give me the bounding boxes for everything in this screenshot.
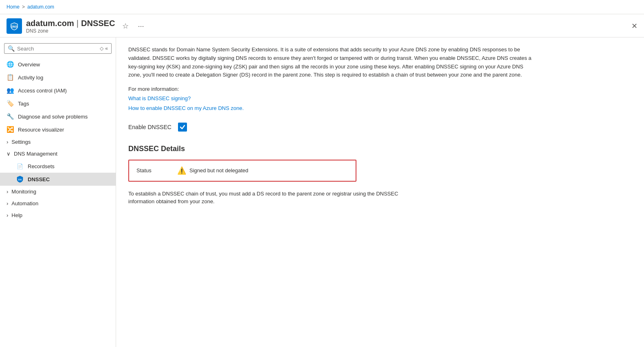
sidebar-item-dnssec[interactable]: DS DNSSEC <box>0 173 116 186</box>
status-value: ⚠️ Signed but not delegated <box>177 166 248 175</box>
sidebar-label-diagnose: Diagnose and solve problems <box>18 114 88 120</box>
sidebar-item-activity-log[interactable]: 📋 Activity log <box>0 71 116 84</box>
sidebar-label-help: Help <box>11 212 22 218</box>
automation-expand-icon: › <box>7 200 8 206</box>
favorite-button[interactable]: ☆ <box>120 21 131 31</box>
sidebar-label-automation: Automation <box>11 200 38 206</box>
enable-dnssec-section: Enable DNSSEC <box>128 123 632 132</box>
enable-dnssec-label: Enable DNSSEC <box>128 124 171 130</box>
header-separator: | <box>77 19 79 28</box>
breadcrumb-sep: > <box>22 4 25 10</box>
link-how-to-enable[interactable]: How to enable DNSSEC on my Azure DNS zon… <box>128 103 632 113</box>
sidebar-label-dnssec: DNSSEC <box>28 176 50 182</box>
breadcrumb-current[interactable]: adatum.com <box>27 4 54 10</box>
svg-text:DNS: DNS <box>11 25 18 29</box>
details-title: DNSSEC Details <box>128 145 632 153</box>
collapse-icon[interactable]: ◇ <box>100 46 103 51</box>
dnssec-icon: DS <box>16 176 24 183</box>
sidebar-item-monitoring[interactable]: › Monitoring <box>0 186 116 198</box>
sidebar-item-resource-visualizer[interactable]: 🔀 Resource visualizer <box>0 123 116 136</box>
header-title-group: adatum.com | DNSSEC DNS zone <box>26 19 115 34</box>
overview-icon: 🌐 <box>7 61 14 68</box>
page-header: DNS adatum.com | DNSSEC DNS zone ☆ ··· ✕ <box>0 14 644 37</box>
bottom-note: To establish a DNSSEC chain of trust, yo… <box>128 190 405 206</box>
main-content: DNSSEC stands for Domain Name System Sec… <box>116 37 644 347</box>
activity-log-icon: 📋 <box>7 74 14 81</box>
dnssec-description: DNSSEC stands for Domain Name System Sec… <box>128 46 536 79</box>
info-links-section: For more information: What is DNSSEC sig… <box>128 86 632 113</box>
breadcrumb: Home > adatum.com <box>7 4 54 10</box>
sidebar-item-access-control[interactable]: 👥 Access control (IAM) <box>0 84 116 97</box>
status-label: Status <box>136 167 177 174</box>
diagnose-icon: 🔧 <box>7 113 14 120</box>
breadcrumb-home[interactable]: Home <box>7 4 20 10</box>
search-input[interactable] <box>17 46 98 52</box>
sidebar-label-overview: Overview <box>18 61 40 68</box>
warning-icon: ⚠️ <box>177 166 186 175</box>
sidebar-item-recordsets[interactable]: 📄 Recordsets <box>0 160 116 173</box>
enable-dnssec-checkbox[interactable] <box>178 123 187 132</box>
search-box[interactable]: 🔍 ◇ « <box>4 43 112 54</box>
main-layout: 🔍 ◇ « 🌐 Overview 📋 Activity log 👥 Access… <box>0 37 644 347</box>
breadcrumb-bar: Home > adatum.com <box>0 0 644 14</box>
sidebar-label-access-control: Access control (IAM) <box>18 88 67 94</box>
resource-type: DNS zone <box>26 28 115 34</box>
more-info-label: For more information: <box>128 86 632 92</box>
hide-sidebar-icon[interactable]: « <box>105 46 108 51</box>
sidebar-item-automation[interactable]: › Automation <box>0 198 116 209</box>
sidebar-label-recordsets: Recordsets <box>28 163 55 169</box>
link-what-is-dnssec[interactable]: What is DNSSEC signing? <box>128 94 632 103</box>
sidebar-item-settings[interactable]: › Settings <box>0 136 116 148</box>
settings-expand-icon: › <box>7 139 8 145</box>
access-control-icon: 👥 <box>7 87 14 94</box>
sidebar-label-tags: Tags <box>18 101 29 107</box>
page-title: DNSSEC <box>81 19 115 28</box>
sidebar-label-resource-visualizer: Resource visualizer <box>18 127 64 133</box>
close-button[interactable]: ✕ <box>631 22 637 31</box>
monitoring-expand-icon: › <box>7 189 8 195</box>
dnssec-details-section: DNSSEC Details Status ⚠️ Signed but not … <box>128 145 632 206</box>
header-actions: ☆ ··· <box>120 21 146 31</box>
sidebar-controls: ◇ « <box>100 46 108 51</box>
status-text: Signed but not delegated <box>189 167 248 174</box>
sidebar-label-monitoring: Monitoring <box>11 189 36 195</box>
svg-text:DS: DS <box>18 178 22 181</box>
recordsets-icon: 📄 <box>16 163 24 170</box>
sidebar-item-dns-management[interactable]: ∨ DNS Management <box>0 148 116 160</box>
sidebar: 🔍 ◇ « 🌐 Overview 📋 Activity log 👥 Access… <box>0 37 116 347</box>
tags-icon: 🏷️ <box>7 100 14 107</box>
more-button[interactable]: ··· <box>135 21 146 31</box>
sidebar-item-tags[interactable]: 🏷️ Tags <box>0 97 116 110</box>
sidebar-label-dns-management: DNS Management <box>14 151 57 157</box>
resource-name: adatum.com <box>26 19 74 28</box>
sidebar-label-activity-log: Activity log <box>18 75 43 81</box>
status-card: Status ⚠️ Signed but not delegated <box>128 160 356 182</box>
sidebar-label-settings: Settings <box>11 139 31 145</box>
dns-management-expand-icon: ∨ <box>7 151 11 157</box>
help-expand-icon: › <box>7 212 8 218</box>
sidebar-item-diagnose[interactable]: 🔧 Diagnose and solve problems <box>0 110 116 123</box>
resource-visualizer-icon: 🔀 <box>7 126 14 133</box>
resource-icon: DNS <box>7 18 22 34</box>
sidebar-item-help[interactable]: › Help <box>0 209 116 221</box>
sidebar-item-overview[interactable]: 🌐 Overview <box>0 58 116 71</box>
search-icon: 🔍 <box>8 45 15 52</box>
